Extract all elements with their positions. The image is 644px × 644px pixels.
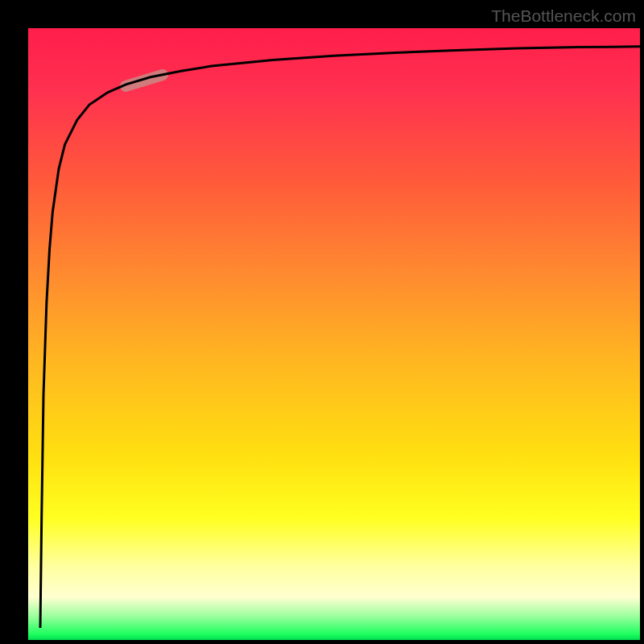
chart-frame: TheBottleneck.com <box>0 0 644 644</box>
bottleneck-curve-line <box>40 47 640 628</box>
watermark-text: TheBottleneck.com <box>491 6 636 26</box>
chart-svg <box>28 28 640 640</box>
